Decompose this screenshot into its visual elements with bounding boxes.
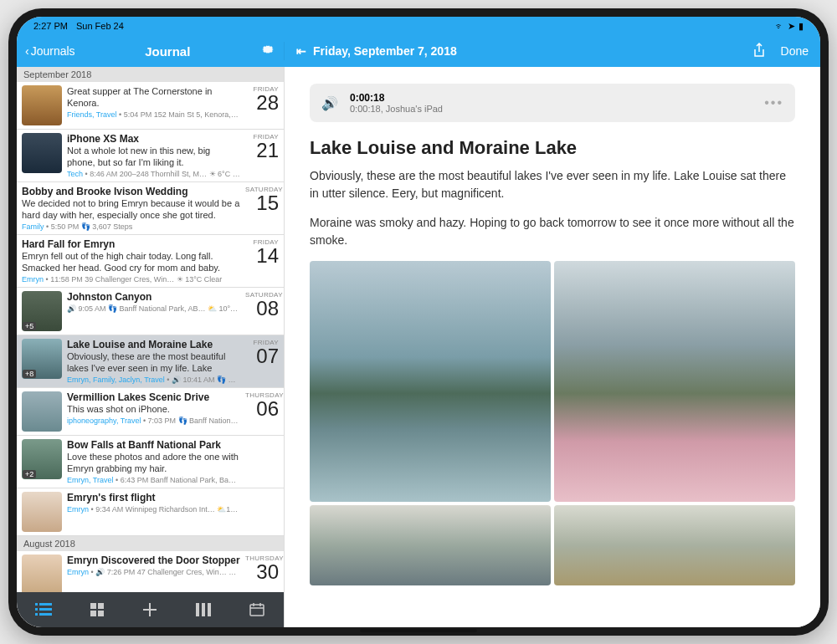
svg-rect-7 [98,603,104,609]
entry-row[interactable]: +5Johnston Canyon🔊 9:05 AM 👣 Banff Natio… [17,288,284,335]
grid-view-button[interactable] [85,598,109,621]
entry-daynum: 08 [245,299,279,319]
wifi-icon: ᯤ [775,21,784,31]
entry-row[interactable]: +2Bow Falls at Banff National ParkLove t… [17,436,284,488]
map-icon [196,603,211,616]
list-view-button[interactable] [32,598,55,621]
entry-daynum: 15 [245,193,279,213]
entry-row[interactable]: Vermillion Lakes Scenic DriveThis was sh… [17,388,284,436]
bottom-toolbar [17,592,284,627]
month-header: September 2018 [17,67,284,82]
status-icons: ᯤ ➤ ▮ [775,21,804,32]
entry-row[interactable]: +8Lake Louise and Moraine LakeObviously,… [17,335,284,388]
entry-daynum: 28 [245,93,279,113]
battery-icon: ▮ [798,21,804,32]
photo-landscape[interactable] [310,505,551,585]
entry-thumbnail: +5 [22,291,62,331]
svg-rect-3 [39,608,52,611]
entry-thumbnail [22,85,62,125]
entry-meta: Tech • 8:46 AM 200–248 Thornhill St, M… … [67,170,240,178]
entry-row[interactable]: Emryn's first flightEmryn • 9:34 AM Winn… [17,488,284,536]
detail-pane: 🔊 0:00:18 0:00:18, Joshua's iPad ••• Lak… [285,67,820,627]
entry-meta: Emryn, Family, Jaclyn, Travel • 🔊 10:41 … [67,376,240,384]
entry-meta: Emryn, Travel • 6:43 PM Banff National P… [67,476,240,484]
speaker-icon: 🔊 [321,95,338,111]
thumb-count-badge: +5 [23,322,36,330]
svg-rect-6 [90,603,96,609]
entries-list[interactable]: September 2018Great supper at The Corner… [17,67,284,592]
map-view-button[interactable] [192,598,215,621]
photo-landscape[interactable] [554,505,795,585]
entry-title: Vermillion Lakes Scenic Drive [67,391,240,403]
photo-lake[interactable] [310,261,551,502]
svg-rect-12 [208,603,211,616]
entry-daynum: 21 [245,141,279,161]
entry-meta: Family • 5:50 PM 👣 3,607 Steps [22,222,240,231]
entry-row[interactable]: Bobby and Brooke Ivison WeddingWe decide… [17,182,284,235]
entry-title: Emryn's first flight [67,492,240,503]
settings-button[interactable] [260,42,275,60]
entry-excerpt: Emryn fell out of the high chair today. … [22,250,240,273]
svg-rect-13 [250,605,264,616]
entry-excerpt: Love these photos and adore the one with… [67,451,240,474]
entry-daynum: 07 [245,346,279,366]
entry-meta: Emryn • 9:34 AM Winnipeg Richardson Int…… [67,505,240,514]
entry-title: Bow Falls at Banff National Park [67,439,240,451]
entry-meta: 🔊 9:05 AM 👣 Banff National Park, AB… ⛅ 1… [67,304,240,313]
thumb-count-badge: +8 [23,370,36,378]
entry-title: Emryn Discovered the Door Stopper [67,555,240,566]
entry-excerpt: Great supper at The Cornerstone in Kenor… [67,85,240,109]
share-button[interactable] [752,43,766,60]
entry-title: Bobby and Brooke Ivison Wedding [22,186,240,197]
entry-excerpt: Obviously, these are the most beautiful … [67,350,240,374]
plus-icon [142,602,157,617]
entry-row[interactable]: Great supper at The Cornerstone in Kenor… [17,82,284,130]
svg-rect-11 [202,603,205,616]
calendar-view-button[interactable] [245,598,269,621]
entry-thumbnail: +2 [22,439,62,479]
entry-thumbnail [22,391,62,432]
entry-meta: Emryn • 🔊 7:26 PM 47 Challenger Cres, Wi… [67,568,240,576]
entry-title: Johnston Canyon [67,291,240,303]
audio-player[interactable]: 🔊 0:00:18 0:00:18, Joshua's iPad ••• [310,84,795,122]
entry-thumbnail [22,133,62,173]
month-header: August 2018 [17,536,284,551]
entry-thumbnail: +8 [22,339,62,379]
exit-icon[interactable]: ⇤ [296,44,306,58]
entry-row[interactable]: iPhone XS MaxNot a whole lot new in this… [17,130,284,182]
svg-rect-0 [35,603,38,606]
sidebar: September 2018Great supper at The Corner… [17,67,285,627]
calendar-icon [249,603,264,616]
status-date: Sun Feb 24 [76,21,124,31]
grid-icon [90,603,104,616]
thumb-count-badge: +2 [23,470,36,478]
entry-daynum: 14 [245,246,279,266]
entry-daynum: 30 [245,562,279,582]
back-button[interactable]: ‹ Journals [25,44,75,58]
add-entry-button[interactable] [138,598,162,621]
audio-more-button[interactable]: ••• [764,95,783,110]
entry-title: Lake Louise and Moraine Lake [67,339,240,350]
entry-title: iPhone XS Max [67,133,240,145]
photo-selfie[interactable] [554,261,795,502]
location-icon: ➤ [788,21,795,32]
audio-source: 0:00:18, Joshua's iPad [350,104,443,114]
entry-row[interactable]: Hard Fall for EmrynEmryn fell out of the… [17,235,284,288]
photo-grid [310,261,795,585]
entry-meta: iphoneography, Travel • 7:03 PM 👣 Banff … [67,417,240,425]
entry-row[interactable]: Emryn Discovered the Door StopperEmryn •… [17,551,284,592]
entry-meta: Friends, Travel • 5:04 PM 152 Main St 5,… [67,110,240,119]
nav-bar: ‹ Journals Journal ⇤ Friday, September 7… [17,35,820,67]
svg-rect-9 [98,611,104,616]
entry-thumbnail [22,555,62,592]
entry-title: Hard Fall for Emryn [22,238,240,250]
entry-paragraph: Moraine was smoky and hazy. Hoping to go… [310,214,795,249]
entry-excerpt: We decided not to bring Emryn because it… [22,197,240,221]
list-icon [35,603,52,616]
entry-daynum: 06 [245,399,279,419]
entry-date-header: Friday, September 7, 2018 [313,44,457,58]
journal-title: Journal [145,44,190,59]
entry-thumbnail [22,492,62,532]
done-button[interactable]: Done [781,44,809,58]
entry-excerpt: This was shot on iPhone. [67,403,240,415]
